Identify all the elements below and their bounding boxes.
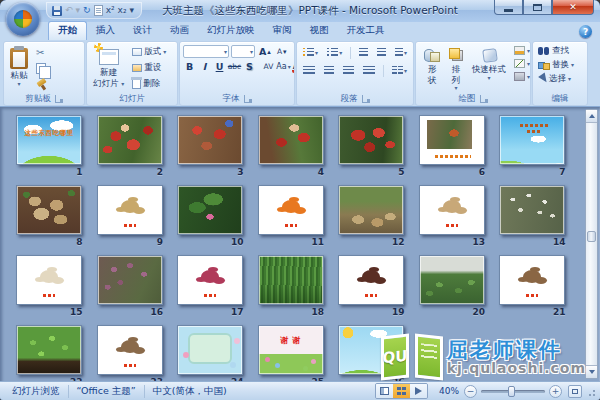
minimize-button[interactable]: [494, 0, 523, 15]
character-spacing-button[interactable]: AV: [262, 60, 275, 73]
zoom-in-button[interactable]: +: [549, 385, 562, 398]
slideshow-view-button[interactable]: [410, 384, 427, 398]
subscript-icon[interactable]: x₂: [118, 6, 127, 15]
decrease-indent-button[interactable]: [357, 46, 370, 59]
font-size-combo[interactable]: ▾: [231, 45, 255, 58]
tab-developer[interactable]: 开发工具: [338, 22, 394, 40]
zoom-slider[interactable]: [481, 390, 545, 393]
paste-button[interactable]: 粘贴 ▾: [6, 44, 32, 92]
scroll-up-button[interactable]: [586, 110, 597, 123]
text-shadow-button[interactable]: S: [243, 60, 256, 73]
slide-thumbnail[interactable]: [16, 255, 82, 305]
tab-home[interactable]: 开始: [48, 21, 87, 40]
justify-button[interactable]: [361, 64, 377, 77]
zoom-out-button[interactable]: −: [464, 385, 477, 398]
delete-button[interactable]: 删除: [130, 77, 168, 91]
fit-to-window-button[interactable]: [568, 385, 582, 398]
cut-button[interactable]: ✂: [34, 45, 49, 59]
find-button[interactable]: 查找: [536, 44, 584, 58]
zoom-slider-thumb[interactable]: [508, 386, 515, 397]
arrange-button[interactable]: 排列 ▾: [444, 44, 468, 93]
undo-dropdown-icon[interactable]: ▾: [76, 6, 81, 15]
paragraph-dialog-launcher-icon[interactable]: [362, 95, 370, 103]
select-button[interactable]: 选择▾: [536, 72, 584, 86]
vertical-scrollbar[interactable]: [585, 109, 598, 379]
change-case-button[interactable]: Aa▾: [277, 60, 290, 73]
align-left-button[interactable]: [301, 64, 317, 77]
print-preview-icon[interactable]: [94, 5, 103, 16]
increase-indent-button[interactable]: [375, 46, 388, 59]
tab-review[interactable]: 审阅: [264, 22, 301, 40]
quick-styles-button[interactable]: 快速样式 ▾: [468, 44, 510, 93]
italic-button[interactable]: I: [198, 60, 211, 73]
font-dialog-launcher-icon[interactable]: [244, 95, 252, 103]
maximize-button[interactable]: [523, 0, 552, 15]
new-slide-button[interactable]: 新建 幻灯片 ▾: [89, 44, 128, 92]
tab-slideshow[interactable]: 幻灯片放映: [198, 22, 264, 40]
slide-sorter-view-button[interactable]: [393, 384, 410, 398]
scroll-down-button[interactable]: [586, 365, 597, 378]
slide-thumbnail[interactable]: [177, 255, 243, 305]
slide-thumbnail[interactable]: [258, 255, 324, 305]
office-button[interactable]: [6, 2, 40, 36]
format-painter-button[interactable]: [34, 77, 49, 91]
underline-button[interactable]: U: [213, 60, 226, 73]
slide-thumbnail[interactable]: [16, 185, 82, 235]
reset-button[interactable]: 重设: [130, 61, 168, 75]
grow-font-button[interactable]: A▴: [257, 45, 273, 58]
slide-thumbnail[interactable]: [16, 325, 82, 375]
slide-thumbnail[interactable]: [258, 185, 324, 235]
help-icon[interactable]: ?: [579, 25, 592, 38]
status-theme[interactable]: “Office 主题”: [69, 385, 145, 398]
shape-fill-button[interactable]: ▾: [512, 45, 531, 56]
shape-outline-button[interactable]: ▾: [512, 58, 531, 69]
undo-icon[interactable]: ↶: [65, 6, 73, 15]
slide-thumbnail[interactable]: [499, 255, 565, 305]
slide-thumbnail[interactable]: [97, 115, 163, 165]
slide-thumbnail[interactable]: 这些东西吃哪里: [16, 115, 82, 165]
slide-thumbnail[interactable]: [338, 255, 404, 305]
scrollbar-thumb[interactable]: [587, 231, 596, 242]
slide-thumbnail[interactable]: [177, 185, 243, 235]
slide-thumbnail[interactable]: [97, 325, 163, 375]
normal-view-button[interactable]: [376, 384, 393, 398]
line-spacing-button[interactable]: ▾: [393, 46, 409, 59]
slide-thumbnail[interactable]: [177, 115, 243, 165]
tab-insert[interactable]: 插入: [87, 22, 124, 40]
slide-thumbnail[interactable]: 谢 谢: [258, 325, 324, 375]
slide-thumbnail[interactable]: [499, 185, 565, 235]
slide-thumbnail[interactable]: [338, 185, 404, 235]
slide-thumbnail[interactable]: [177, 325, 243, 375]
tab-view[interactable]: 视图: [301, 22, 338, 40]
customize-qat-icon[interactable]: ▾: [130, 6, 135, 15]
font-name-combo[interactable]: ▾: [183, 45, 229, 58]
slide-thumbnail[interactable]: [419, 185, 485, 235]
tab-design[interactable]: 设计: [124, 22, 161, 40]
save-icon[interactable]: [52, 6, 62, 16]
bullets-button[interactable]: ▾: [301, 46, 320, 59]
close-button[interactable]: ✕: [552, 0, 594, 15]
clipboard-dialog-launcher-icon[interactable]: [55, 95, 63, 103]
redo-icon[interactable]: ↻: [83, 6, 91, 15]
shapes-button[interactable]: 形状: [420, 44, 444, 93]
columns-button[interactable]: ▾: [390, 64, 409, 77]
drawing-dialog-launcher-icon[interactable]: [480, 95, 488, 103]
shape-effects-button[interactable]: ▾: [512, 71, 531, 82]
superscript-icon[interactable]: x²: [106, 6, 115, 15]
slide-thumbnail[interactable]: [499, 115, 565, 165]
resize-grip[interactable]: [586, 385, 596, 397]
shrink-font-button[interactable]: A▾: [275, 45, 289, 58]
replace-button[interactable]: 替换▾: [536, 58, 584, 72]
slide-thumbnail[interactable]: [338, 115, 404, 165]
numbering-button[interactable]: ▾: [325, 46, 344, 59]
strikethrough-button[interactable]: abc: [228, 60, 241, 73]
status-language[interactable]: 中文(简体，中国): [145, 385, 235, 398]
slide-thumbnail[interactable]: [419, 255, 485, 305]
align-center-button[interactable]: [322, 64, 336, 77]
font-color-button[interactable]: A▾: [292, 61, 295, 73]
bold-button[interactable]: B: [183, 60, 196, 73]
slide-thumbnail[interactable]: [97, 255, 163, 305]
slide-thumbnail[interactable]: [258, 115, 324, 165]
copy-button[interactable]: [34, 61, 49, 75]
slide-thumbnail[interactable]: [419, 115, 485, 165]
